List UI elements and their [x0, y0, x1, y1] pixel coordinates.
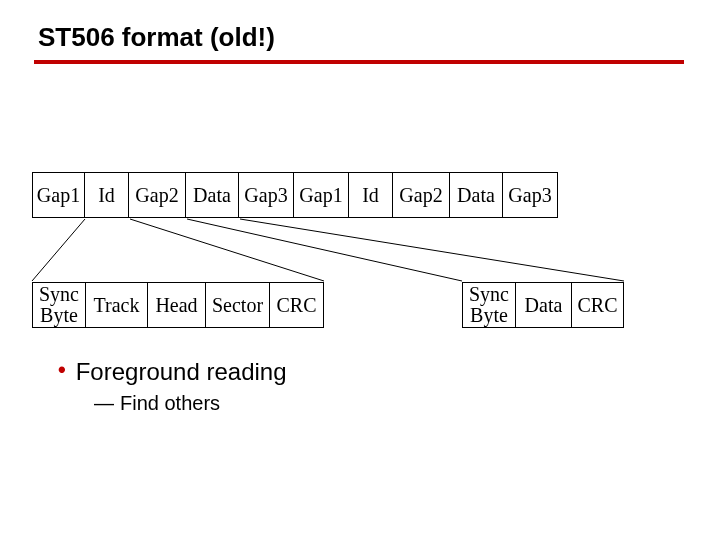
id-detail-cell-1: Track — [86, 282, 148, 328]
bullets: •Foreground reading —Find others — [58, 358, 287, 415]
track-cell-3: Data — [186, 172, 239, 218]
track-cell-6: Id — [349, 172, 393, 218]
bullet-dash-icon: — — [94, 392, 114, 414]
svg-line-1 — [130, 219, 324, 281]
bullet-find-others: —Find others — [94, 392, 287, 415]
id-detail-cell-0: Sync Byte — [32, 282, 86, 328]
svg-line-3 — [240, 219, 624, 281]
track-row: Gap1IdGap2DataGap3Gap1IdGap2DataGap3 — [32, 172, 558, 218]
track-cell-9: Gap3 — [503, 172, 558, 218]
track-cell-0: Gap1 — [32, 172, 85, 218]
svg-line-0 — [32, 219, 85, 281]
track-cell-1: Id — [85, 172, 129, 218]
data-detail-cell-2: CRC — [572, 282, 624, 328]
id-detail-cell-4: CRC — [270, 282, 324, 328]
connectors — [0, 0, 720, 540]
data-detail-cell-0: Sync Byte — [462, 282, 516, 328]
slide-title: ST506 format (old!) — [38, 22, 275, 53]
track-cell-4: Gap3 — [239, 172, 294, 218]
track-cell-7: Gap2 — [393, 172, 450, 218]
track-cell-2: Gap2 — [129, 172, 186, 218]
slide: ST506 format (old!) Gap1IdGap2DataGap3Ga… — [0, 0, 720, 540]
id-detail-cell-2: Head — [148, 282, 206, 328]
track-cell-8: Data — [450, 172, 503, 218]
title-underline — [34, 60, 684, 64]
id-detail-row: Sync ByteTrackHeadSectorCRC — [32, 282, 324, 328]
svg-line-2 — [187, 219, 462, 281]
track-cell-5: Gap1 — [294, 172, 349, 218]
bullet-foreground-reading: •Foreground reading — [58, 358, 287, 386]
data-detail-cell-1: Data — [516, 282, 572, 328]
data-detail-row: Sync ByteDataCRC — [462, 282, 624, 328]
id-detail-cell-3: Sector — [206, 282, 270, 328]
bullet-dot-icon: • — [58, 357, 66, 382]
